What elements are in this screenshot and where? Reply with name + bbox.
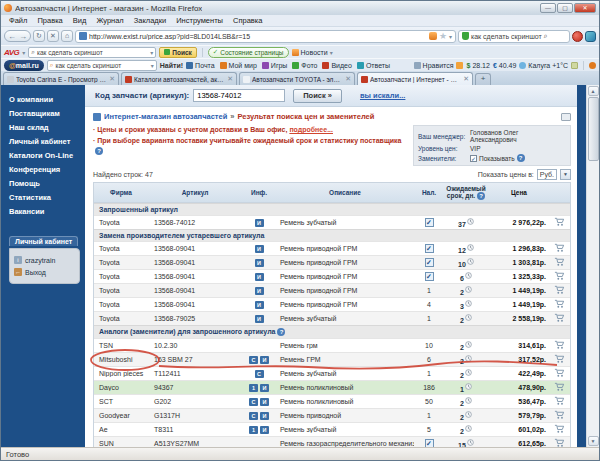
cart-icon[interactable] bbox=[548, 217, 570, 228]
like-button[interactable]: Нравится bbox=[414, 62, 454, 69]
avg-search-value[interactable]: как сделать скриншот bbox=[37, 49, 148, 56]
sidebar-item-Личный кабинет[interactable]: Личный кабинет bbox=[9, 134, 85, 148]
info-icon[interactable]: И bbox=[255, 287, 264, 295]
info-icon[interactable]: И bbox=[255, 301, 264, 309]
sidebar-item-Наш склад[interactable]: Наш склад bbox=[9, 120, 85, 134]
menu-item-Вид[interactable]: Вид bbox=[68, 16, 92, 25]
mailru-logo[interactable]: @mail.ru bbox=[4, 60, 44, 71]
cart-icon[interactable] bbox=[548, 368, 570, 379]
tab-close-icon[interactable]: ✕ bbox=[227, 75, 233, 83]
bookmark-star-icon[interactable]: ★ bbox=[439, 32, 447, 41]
info-icon[interactable]: И bbox=[260, 384, 269, 392]
menu-item-Правка[interactable]: Правка bbox=[32, 16, 67, 25]
cart-icon[interactable] bbox=[548, 438, 570, 447]
menu-item-Справка[interactable]: Справка bbox=[228, 16, 267, 25]
tab-close-icon[interactable]: ✕ bbox=[463, 75, 469, 83]
substitutes-help-icon[interactable]: ? bbox=[517, 154, 525, 162]
menu-item-Журнал[interactable]: Журнал bbox=[91, 16, 128, 25]
print-icon[interactable] bbox=[561, 113, 571, 121]
mailru-search-box[interactable]: ⌕ как сделать скриншот ▾ bbox=[47, 60, 157, 71]
maximize-button[interactable]: ▢ bbox=[557, 3, 573, 13]
new-tab-button[interactable]: + bbox=[475, 73, 491, 85]
avg-news-button[interactable]: Новости ▾ bbox=[292, 49, 333, 56]
avg-search-caret-icon[interactable]: ▾ bbox=[150, 49, 153, 56]
info-icon[interactable]: 1 bbox=[249, 384, 258, 392]
cart-icon[interactable] bbox=[548, 354, 570, 365]
mailru-link-2[interactable]: Мой мир bbox=[220, 62, 257, 69]
url-bar[interactable]: http://www.exist.ru/price.asp?pid=8LD014… bbox=[75, 30, 456, 43]
info-icon[interactable]: 1 bbox=[249, 426, 258, 434]
cart-icon[interactable] bbox=[548, 340, 570, 351]
search-history-link[interactable]: вы искали... bbox=[360, 91, 405, 100]
cart-icon[interactable] bbox=[548, 299, 570, 310]
url-dropdown-icon[interactable]: ▾ bbox=[449, 33, 452, 40]
cart-icon[interactable] bbox=[548, 271, 570, 282]
avg-logo[interactable]: AVG bbox=[4, 48, 19, 57]
mailru-link-5[interactable]: Видео bbox=[322, 62, 351, 69]
minimize-button[interactable]: — bbox=[540, 3, 556, 13]
page-scrollbar[interactable]: ▲ ▼ bbox=[586, 85, 599, 447]
cart-icon[interactable] bbox=[548, 243, 570, 254]
sidebar-item-Конференция[interactable]: Конференция bbox=[9, 162, 85, 176]
addon-icon[interactable] bbox=[585, 31, 596, 42]
mailru-link-1[interactable]: Почта bbox=[186, 62, 214, 69]
currency-select[interactable]: Руб. bbox=[537, 169, 557, 180]
breadcrumb-shop-link[interactable]: Интернет-магазин автозапчастей bbox=[104, 112, 227, 121]
mailru-link-3[interactable]: Игры bbox=[262, 62, 288, 69]
mailru-link-4[interactable]: Фото bbox=[292, 62, 317, 69]
page-status-button[interactable]: ✓ Состояние страницы bbox=[208, 47, 289, 58]
tab-close-icon[interactable]: ✕ bbox=[345, 75, 351, 83]
sidebar-item-О компании[interactable]: О компании bbox=[9, 92, 85, 106]
days-help-icon[interactable]: ? bbox=[477, 192, 485, 200]
sidebar-item-Поставщикам[interactable]: Поставщикам bbox=[9, 106, 85, 120]
section-help-icon[interactable]: ? bbox=[277, 328, 285, 336]
cart-icon[interactable] bbox=[548, 257, 570, 268]
menu-item-Закладки[interactable]: Закладки bbox=[129, 16, 171, 25]
help-icon[interactable]: ? bbox=[95, 147, 103, 155]
part-search-input[interactable] bbox=[193, 89, 285, 102]
info-icon[interactable]: С bbox=[255, 370, 264, 378]
info-icon[interactable]: И bbox=[255, 315, 264, 323]
cart-icon[interactable] bbox=[548, 410, 570, 421]
info-icon[interactable]: И bbox=[255, 219, 264, 227]
info-icon[interactable]: С bbox=[249, 356, 258, 364]
mailru-search-value[interactable]: как сделать скриншот bbox=[55, 62, 148, 69]
url-text[interactable]: http://www.exist.ru/price.asp?pid=8LD014… bbox=[89, 33, 427, 40]
search-icon[interactable]: ⌕ bbox=[544, 32, 548, 40]
reload-button[interactable]: ↻ bbox=[33, 30, 45, 42]
cart-icon[interactable] bbox=[548, 313, 570, 324]
info-icon[interactable]: И bbox=[255, 245, 264, 253]
back-icon[interactable]: ← bbox=[8, 32, 16, 41]
sidebar-item-Вакансии[interactable]: Вакансии bbox=[9, 204, 85, 218]
info-icon[interactable]: И bbox=[255, 259, 264, 267]
widget-icon[interactable] bbox=[571, 62, 578, 69]
logout-link[interactable]: ← Выход bbox=[14, 266, 75, 278]
cart-icon[interactable] bbox=[548, 382, 570, 393]
tab-4[interactable]: Автозапчасти | Интернет - магаз...✕ bbox=[357, 72, 473, 85]
close-button[interactable]: ✕ bbox=[574, 3, 596, 13]
avg-search-box[interactable]: ⌕ как сделать скриншот ▾ bbox=[28, 47, 156, 58]
info-icon[interactable]: И bbox=[260, 426, 269, 434]
tab-close-icon[interactable]: ✕ bbox=[109, 75, 115, 83]
sidebar-item-Помощь[interactable]: Помощь bbox=[9, 176, 85, 190]
browser-search-value[interactable]: как сделать скриншот bbox=[471, 33, 542, 40]
info-icon[interactable]: И bbox=[255, 273, 264, 281]
sidebar-item-Каталоги On-Line[interactable]: Каталоги On-Line bbox=[9, 148, 85, 162]
home-button[interactable]: ⌂ bbox=[61, 30, 73, 42]
cart-icon[interactable] bbox=[548, 396, 570, 407]
scrollbar-thumb[interactable] bbox=[588, 97, 599, 161]
info-icon[interactable] bbox=[456, 62, 463, 69]
mailru-find-button[interactable]: Найти! bbox=[160, 62, 183, 69]
info-icon[interactable]: И bbox=[260, 356, 269, 364]
cart-icon[interactable] bbox=[548, 424, 570, 435]
info-icon[interactable]: И bbox=[260, 412, 269, 420]
weather-widget[interactable]: Калуга +1°C bbox=[519, 62, 568, 69]
forward-icon[interactable]: → bbox=[19, 32, 27, 41]
details-link[interactable]: подробнее... bbox=[289, 126, 333, 133]
menu-item-Инструменты[interactable]: Инструменты bbox=[171, 16, 228, 25]
rss-icon[interactable] bbox=[429, 32, 437, 40]
back-forward-buttons[interactable]: ← → bbox=[4, 30, 31, 42]
sidebar-item-Статистика[interactable]: Статистика bbox=[9, 190, 85, 204]
menu-item-Файл[interactable]: Файл bbox=[4, 16, 32, 25]
stop-button[interactable]: ✕ bbox=[47, 30, 59, 42]
